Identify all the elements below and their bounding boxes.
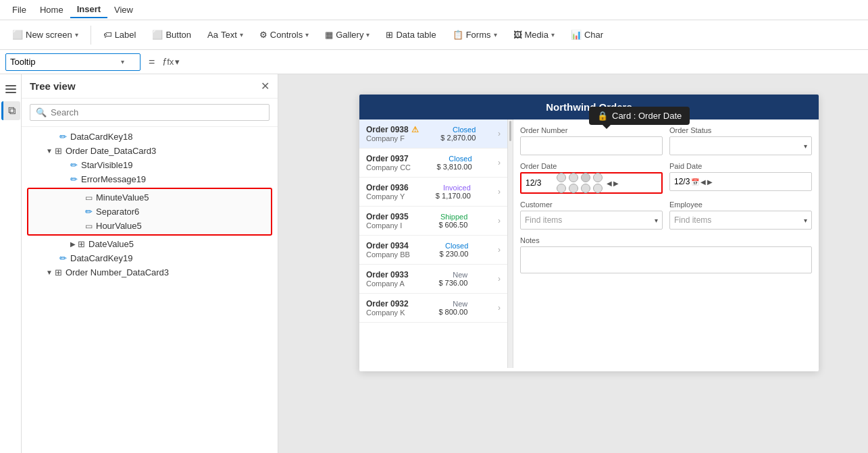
order-number-label: Order Number	[520, 126, 663, 134]
menubar: File Home Insert View	[0, 0, 868, 20]
tree-item-minutevalue5[interactable]: ▭ MinuteValue5	[28, 190, 271, 205]
forms-button[interactable]: 📋 Forms ▾	[446, 27, 504, 43]
dp-circle	[557, 184, 566, 193]
tooltip-lock-icon: 🔒	[597, 111, 608, 121]
order-company: Company I	[366, 221, 409, 230]
label-btn-text: Label	[115, 30, 136, 40]
card-icon: ✏	[59, 253, 67, 263]
section-icon: ⊞	[78, 239, 85, 249]
tree-item-order-date-datacard3[interactable]: ▼ ⊞ Order Date_DataCard3	[22, 144, 278, 158]
menu-home[interactable]: Home	[33, 2, 70, 18]
order-row-0933[interactable]: Order 0933 Company A New $ 736.00 ›	[359, 265, 507, 294]
paid-date-input[interactable]: 12/3 📅 ◀ ▶	[669, 172, 812, 191]
tree-item-datacardkey18[interactable]: ✏ DataCardKey18	[22, 130, 278, 144]
order-status: Closed	[445, 242, 468, 250]
data-table-button[interactable]: ⊞ Data table	[379, 27, 442, 43]
order-number-input[interactable]	[520, 136, 663, 155]
customer-placeholder: Find items	[525, 215, 562, 225]
card-icon: ✏	[85, 207, 93, 217]
new-screen-caret: ▾	[75, 31, 78, 38]
order-status-select[interactable]: ▾	[669, 136, 812, 155]
tree-item-datacardkey19[interactable]: ✏ DataCardKey19	[22, 251, 278, 265]
notes-textarea[interactable]	[520, 246, 812, 273]
layers-icon[interactable]: ⧉	[1, 101, 20, 120]
customer-caret: ▾	[655, 217, 658, 224]
new-screen-button[interactable]: ⬜ New screen ▾	[5, 27, 85, 43]
text-button[interactable]: Aa Text ▾	[201, 27, 250, 43]
paid-date-prev[interactable]: ◀	[700, 178, 706, 186]
expand-icon[interactable]: ▼	[46, 269, 53, 276]
date-nav-prev[interactable]: ◀	[607, 180, 612, 187]
label-button[interactable]: 🏷 Label	[97, 27, 143, 43]
select-caret: ▾	[804, 142, 807, 150]
list-scrollbar[interactable]	[508, 119, 513, 368]
order-status-amount: Shipped $ 606.50	[438, 213, 467, 229]
search-input[interactable]	[51, 107, 263, 117]
warning-icon: ⚠	[411, 125, 419, 134]
media-button[interactable]: 🖼 Media ▾	[507, 27, 561, 43]
expand-icon[interactable]: ▶	[70, 240, 76, 248]
employee-combobox[interactable]: Find items ▾	[669, 211, 812, 230]
order-company: Company A	[366, 279, 409, 288]
tree-item-errormessage19[interactable]: ✏ ErrorMessage19	[22, 172, 278, 186]
button-button[interactable]: ⬜ Button	[145, 27, 198, 43]
selector-input[interactable]	[10, 57, 118, 67]
order-company: Company K	[366, 309, 409, 317]
expand-icon[interactable]: ▼	[46, 147, 53, 155]
order-status-amount: Closed $ 3,810.00	[437, 155, 472, 171]
order-status: New	[453, 271, 467, 279]
menu-view[interactable]: View	[107, 2, 140, 18]
employee-field: Employee Find items ▾	[669, 201, 812, 230]
order-row-0936[interactable]: Order 0936 Company Y Invoiced $ 1,170.00…	[359, 178, 507, 207]
gallery-button[interactable]: ▦ Gallery ▾	[318, 27, 376, 43]
menu-insert[interactable]: Insert	[70, 1, 107, 18]
tree-item-datevalue5[interactable]: ▶ ⊞ DateValue5	[22, 237, 278, 251]
order-amount: $ 3,810.00	[437, 163, 472, 171]
selector-wrapper[interactable]: ▾	[5, 53, 141, 71]
order-row-0938[interactable]: Order 0938 ⚠ Company F Closed $ 2,870.00…	[359, 119, 507, 149]
control-icon: ▭	[85, 193, 93, 203]
tree-item-label: DataCardKey18	[70, 132, 133, 142]
tree-item-label: Order Number_DataCard3	[66, 267, 169, 277]
controls-icon: ⚙	[259, 30, 267, 40]
card-icon: ✏	[59, 132, 67, 142]
controls-button[interactable]: ⚙ Controls ▾	[253, 27, 315, 43]
customer-combobox[interactable]: Find items ▾	[520, 211, 663, 230]
order-row-0934[interactable]: Order 0934 Company BB Closed $ 230.00 ›	[359, 236, 507, 265]
charts-button[interactable]: 📊 Char	[564, 27, 610, 43]
tree-close-button[interactable]: ✕	[261, 80, 270, 92]
detail-row-3: Customer Find items ▾ Employee Find item…	[520, 201, 812, 230]
order-company: Company F	[366, 134, 419, 142]
order-row-0932[interactable]: Order 0932 Company K New $ 800.00 ›	[359, 294, 507, 323]
dp-circle	[569, 184, 578, 193]
tree-item-separator6[interactable]: ✏ Separator6	[28, 205, 271, 219]
date-nav-next[interactable]: ▶	[613, 180, 619, 187]
sidebar-icons: ⧉	[0, 74, 22, 453]
media-icon: 🖼	[513, 30, 522, 40]
chevron-right-icon: ›	[498, 274, 501, 284]
tree-item-starvisible19[interactable]: ✏ StarVisible19	[22, 158, 278, 172]
text-caret: ▾	[240, 31, 243, 38]
new-screen-label: New screen	[26, 30, 72, 40]
text-icon: Aa	[207, 30, 218, 40]
chevron-right-icon: ›	[498, 187, 501, 196]
order-date-highlighted: 12/3	[520, 172, 663, 194]
hamburger-icon[interactable]	[1, 80, 20, 99]
detail-panel: Order Number Order Status ▾	[513, 119, 819, 368]
dp-circle	[557, 173, 566, 182]
fx-italic: f	[163, 57, 165, 68]
order-company: Company Y	[366, 192, 409, 201]
date-picker-circles[interactable]	[555, 171, 605, 194]
detail-row-2: Order Date 12/3	[520, 162, 812, 194]
order-number: Order 0936	[366, 183, 409, 192]
order-row-0935[interactable]: Order 0935 Company I Shipped $ 606.50 ›	[359, 207, 507, 236]
order-date-input[interactable]: 12/3	[521, 174, 555, 192]
order-row-0937[interactable]: Order 0937 Company CC Closed $ 3,810.00 …	[359, 149, 507, 178]
tree-item-order-number-datacard3[interactable]: ▼ ⊞ Order Number_DataCard3	[22, 265, 278, 279]
paid-date-next[interactable]: ▶	[707, 178, 713, 186]
order-number-field: Order Number	[520, 126, 663, 155]
menu-file[interactable]: File	[5, 2, 33, 18]
fx-button[interactable]: f fx ▾	[163, 57, 180, 68]
order-amount: $ 2,870.00	[440, 134, 476, 142]
tree-item-hourvalue5[interactable]: ▭ HourValue5	[28, 219, 271, 233]
